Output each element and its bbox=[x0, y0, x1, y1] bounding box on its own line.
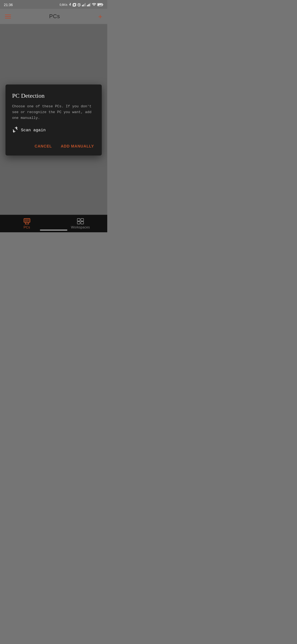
cancel-button[interactable]: CANCEL bbox=[34, 142, 53, 150]
app-bar: PCs + bbox=[0, 9, 107, 24]
app-title: PCs bbox=[49, 13, 60, 20]
svg-rect-10 bbox=[85, 3, 86, 6]
bluetooth-icon bbox=[68, 3, 72, 7]
wifi-icon bbox=[92, 3, 96, 6]
svg-rect-12 bbox=[88, 5, 89, 7]
svg-rect-9 bbox=[84, 4, 85, 6]
nav-item-workspaces[interactable]: Workspaces bbox=[54, 218, 107, 229]
svg-rect-30 bbox=[81, 222, 84, 224]
dialog-title: PC Detection bbox=[12, 92, 95, 99]
battery-icon: 100 bbox=[97, 3, 103, 6]
pcs-svg-icon bbox=[23, 218, 31, 224]
menu-button[interactable] bbox=[5, 15, 11, 18]
refresh-icon bbox=[12, 127, 18, 134]
dialog-body: Choose one of these PCs. If you don't se… bbox=[12, 104, 95, 121]
nav-label-pcs: PCs bbox=[24, 225, 30, 229]
add-pc-button[interactable]: + bbox=[98, 13, 102, 20]
main-content: PC Detection Choose one of these PCs. If… bbox=[0, 24, 107, 216]
home-indicator bbox=[40, 230, 67, 231]
svg-rect-28 bbox=[81, 219, 84, 221]
signal-icon-1 bbox=[82, 3, 86, 6]
page-wrapper: 21:36 0,6K/s bbox=[0, 0, 107, 232]
dialog-overlay: PC Detection Choose one of these PCs. If… bbox=[0, 24, 107, 216]
status-bar: 21:36 0,6K/s bbox=[0, 0, 107, 9]
svg-line-6 bbox=[80, 3, 80, 4]
add-manually-button[interactable]: ADD MANUALLY bbox=[60, 142, 95, 150]
svg-rect-11 bbox=[87, 5, 88, 6]
nav-item-pcs[interactable]: PCs bbox=[0, 218, 54, 229]
svg-text:100: 100 bbox=[99, 4, 102, 6]
pc-detection-dialog: PC Detection Choose one of these PCs. If… bbox=[6, 84, 102, 155]
dialog-actions: CANCEL ADD MANUALLY bbox=[12, 142, 95, 150]
layers-icon bbox=[73, 3, 76, 7]
hamburger-line-3 bbox=[5, 18, 11, 18]
svg-rect-8 bbox=[83, 5, 84, 7]
svg-rect-13 bbox=[89, 4, 90, 6]
svg-line-4 bbox=[79, 5, 80, 5]
nav-label-workspaces: Workspaces bbox=[71, 225, 90, 229]
status-icons: 0,6K/s bbox=[60, 3, 103, 7]
scan-again-label: Scan again bbox=[21, 128, 46, 133]
svg-rect-7 bbox=[82, 5, 83, 6]
hamburger-line-1 bbox=[5, 15, 11, 15]
svg-line-5 bbox=[78, 3, 79, 4]
pcs-nav-icon bbox=[23, 218, 31, 224]
svg-rect-14 bbox=[90, 3, 91, 6]
signal-icon-2 bbox=[87, 3, 91, 6]
status-time: 21:36 bbox=[4, 3, 13, 7]
hamburger-line-2 bbox=[5, 16, 11, 17]
workspaces-nav-icon bbox=[77, 218, 84, 224]
alarm-icon bbox=[77, 3, 81, 7]
network-speed: 0,6K/s bbox=[60, 3, 67, 6]
svg-rect-17 bbox=[103, 4, 103, 5]
sync-svg bbox=[12, 127, 18, 133]
svg-rect-27 bbox=[77, 219, 80, 221]
svg-rect-29 bbox=[77, 222, 80, 224]
workspaces-svg-icon bbox=[77, 218, 84, 224]
scan-again-row[interactable]: Scan again bbox=[12, 127, 95, 134]
